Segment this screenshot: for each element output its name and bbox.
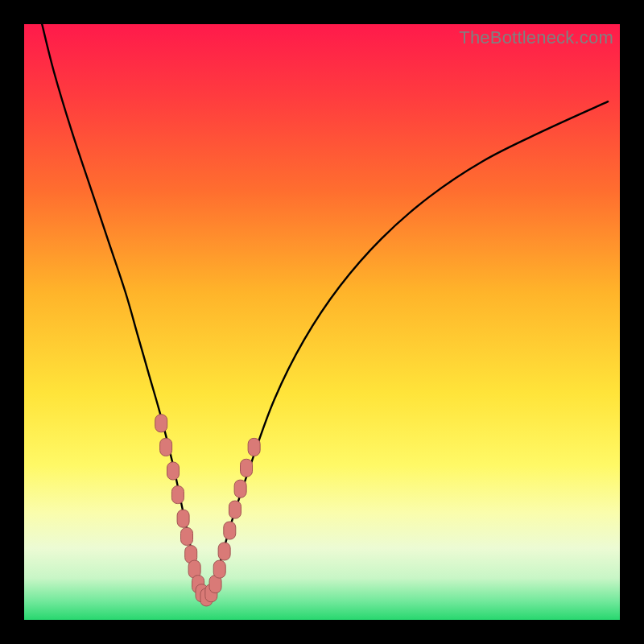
bottleneck-curve — [42, 24, 608, 601]
marker-point — [171, 486, 184, 504]
marker-point — [234, 480, 246, 497]
marker-point — [177, 510, 189, 527]
highlight-markers — [155, 415, 260, 606]
marker-point — [224, 522, 236, 539]
marker-point — [160, 438, 172, 456]
marker-point — [167, 462, 180, 480]
marker-point — [218, 543, 230, 560]
chart-svg — [24, 24, 620, 620]
marker-point — [229, 501, 241, 518]
marker-point — [241, 459, 253, 477]
marker-point — [248, 438, 260, 456]
marker-point — [181, 527, 193, 545]
outer-black-frame: TheBottleneck.com — [0, 0, 644, 644]
plot-area: TheBottleneck.com — [24, 24, 620, 620]
marker-point — [213, 560, 225, 578]
marker-point — [155, 415, 167, 432]
watermark-text: TheBottleneck.com — [459, 27, 613, 48]
